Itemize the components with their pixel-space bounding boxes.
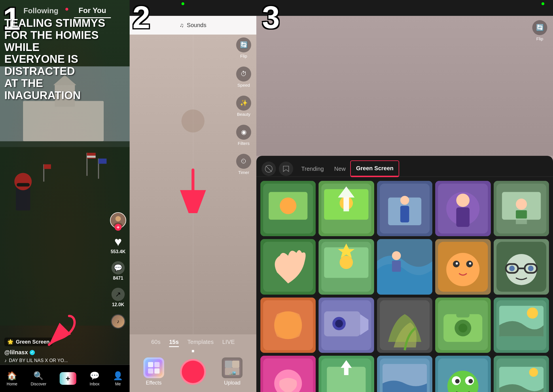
sounds-label: Sounds: [187, 22, 207, 29]
following-tab[interactable]: Following: [19, 4, 63, 18]
inbox-icon: 💬: [90, 371, 100, 380]
effect-tile-10[interactable]: [494, 239, 549, 294]
effects-no-effect-icon[interactable]: [262, 162, 276, 176]
beauty-control[interactable]: ✨ Beauty: [236, 96, 251, 117]
filters-icon: ◉: [236, 125, 251, 140]
speed-icon: ⏱: [236, 67, 251, 82]
share-count: 12.0K: [112, 302, 124, 307]
effect-tile-3[interactable]: [377, 181, 432, 236]
follow-plus-btn[interactable]: +: [115, 224, 122, 231]
panel-number-3: 3: [262, 1, 280, 33]
creator-avatar[interactable]: +: [110, 212, 126, 228]
share-icon: ↗: [111, 288, 125, 301]
svg-point-86: [528, 266, 533, 271]
profile-icon: 👤: [113, 371, 123, 380]
svg-point-85: [509, 266, 514, 271]
effects-grid: [256, 177, 553, 392]
tab-templates[interactable]: Templates: [188, 339, 214, 347]
effect-tile-6[interactable]: [260, 239, 316, 294]
video-caption: TEALING STIMMYS FOR THE HOMIES WHILE EVE…: [4, 17, 114, 102]
timer-control[interactable]: ⏲ Timer: [236, 154, 251, 175]
svg-point-102: [459, 323, 467, 332]
caption-line3: EVERYONE IS DISTRACTED: [4, 53, 114, 77]
svg-point-76: [469, 262, 471, 265]
effect-tile-2[interactable]: [319, 181, 374, 236]
timer-icon: ⏲: [236, 154, 251, 169]
svg-rect-1: [23, 101, 104, 141]
svg-point-52: [456, 194, 469, 207]
panel-1-tiktok-feed: 1 Following For You TEALING STIMMYS FOR …: [0, 0, 130, 392]
nav-discover[interactable]: 🔍 Discover: [31, 371, 46, 386]
filters-control[interactable]: ◉ Filters: [236, 125, 251, 146]
svg-line-33: [266, 166, 272, 172]
flip-icon: 🔄: [236, 37, 251, 52]
svg-rect-59: [516, 210, 527, 219]
filters-label: Filters: [238, 141, 250, 146]
tab-trending[interactable]: Trending: [296, 162, 329, 176]
effects-saved-icon[interactable]: [279, 162, 293, 176]
record-button[interactable]: [180, 359, 206, 385]
flip-control[interactable]: 🔄 Flip: [236, 37, 251, 58]
beauty-label: Beauty: [237, 112, 251, 117]
panel-2-camera: 2 ♫ Sounds 🔄 Flip ⏱ Speed ✨ Beauty ◉ Fil…: [130, 0, 256, 392]
effects-button[interactable]: Effects: [143, 357, 164, 386]
tutorial-arrow-1: [40, 313, 81, 352]
tab-live[interactable]: LIVE: [222, 339, 235, 347]
flip-button-panel3[interactable]: 🔄 Flip: [532, 20, 547, 41]
effect-tile-18[interactable]: [377, 356, 432, 392]
music-icon: ♫: [180, 22, 184, 29]
effect-tile-12[interactable]: [319, 298, 374, 353]
speed-label: Speed: [237, 83, 250, 88]
effects-top-bar: [256, 0, 553, 16]
tab-new[interactable]: New: [329, 162, 351, 176]
panel-number-2: 2: [132, 1, 150, 33]
svg-rect-8: [17, 183, 30, 187]
tab-green-screen[interactable]: Green Screen: [351, 161, 399, 177]
svg-rect-11: [87, 156, 96, 158]
song-info[interactable]: ♪ DAY BY LIL NAS X OR YO...: [4, 358, 111, 363]
effect-tile-14[interactable]: [435, 298, 490, 353]
flip-label: Flip: [240, 54, 247, 58]
effect-tile-8[interactable]: [377, 239, 432, 294]
comment-icon: 💬: [111, 261, 125, 274]
comment-button[interactable]: 💬 8471: [111, 261, 125, 281]
effect-tile-4[interactable]: [435, 181, 490, 236]
svg-rect-15: [44, 164, 51, 169]
nav-inbox[interactable]: 💬 Inbox: [90, 371, 100, 386]
svg-point-38: [280, 198, 296, 214]
effect-tile-16[interactable]: [260, 356, 316, 392]
effect-tile-11[interactable]: [260, 298, 316, 353]
flip-camera-icon: 🔄: [532, 20, 547, 35]
nav-create[interactable]: [60, 372, 76, 385]
tab-60s[interactable]: 60s: [151, 339, 160, 347]
home-icon: 🏠: [7, 371, 17, 380]
effect-tile-9[interactable]: [435, 239, 490, 294]
effect-tile-1[interactable]: [260, 181, 316, 236]
svg-point-107: [527, 307, 538, 318]
effect-tile-7[interactable]: [319, 239, 374, 294]
for-you-tab[interactable]: For You: [74, 4, 111, 18]
speed-control[interactable]: ⏱ Speed: [236, 67, 251, 88]
effect-tile-17[interactable]: [319, 356, 374, 392]
svg-point-128: [529, 368, 538, 377]
svg-rect-53: [456, 207, 469, 227]
sound-disc[interactable]: ♪: [111, 314, 125, 329]
effect-tile-5[interactable]: [494, 181, 549, 236]
effect-tile-13[interactable]: [377, 298, 432, 353]
effect-tile-19[interactable]: [435, 356, 490, 392]
svg-text:⛰️🏙️: ⛰️🏙️: [229, 371, 236, 375]
tab-15s[interactable]: 15s: [169, 339, 179, 347]
svg-rect-13: [99, 159, 107, 164]
nav-me[interactable]: 👤 Me: [113, 371, 123, 386]
like-button[interactable]: ♥ 553.4K: [111, 235, 126, 254]
svg-point-72: [446, 253, 480, 286]
svg-rect-57: [516, 220, 527, 224]
nav-home[interactable]: 🏠 Home: [7, 371, 17, 386]
effect-tile-15[interactable]: [494, 298, 549, 353]
effect-tile-20[interactable]: [494, 356, 549, 392]
verified-icon: ✓: [30, 350, 35, 355]
bottom-navigation: 🏠 Home 🔍 Discover 💬 Inbox 👤 Me: [0, 365, 130, 392]
upload-button[interactable]: ⛰️🏙️ Upload: [222, 357, 243, 386]
share-button[interactable]: ↗ 12.0K: [111, 288, 125, 307]
video-actions: + ♥ 553.4K 💬 8471 ↗ 12.0K ♪: [110, 212, 126, 329]
